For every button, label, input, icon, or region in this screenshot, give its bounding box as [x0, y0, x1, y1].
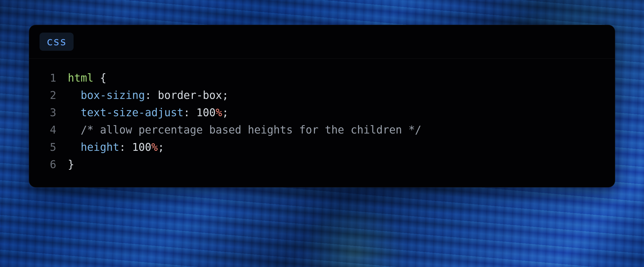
code-content: height: 100%; — [68, 139, 604, 156]
line-number: 5 — [40, 139, 56, 156]
code-content: } — [68, 156, 604, 173]
code-token: % — [216, 106, 222, 119]
code-content: html { — [68, 69, 604, 87]
code-content: text-size-adjust: 100%; — [68, 104, 604, 121]
code-token: 100 — [132, 141, 151, 153]
code-line: 4 /* allow percentage based heights for … — [40, 121, 604, 139]
code-token: text-size-adjust — [81, 106, 184, 119]
code-token: ; — [158, 141, 164, 153]
code-token: { — [93, 72, 106, 84]
code-token: ; — [222, 106, 229, 119]
code-line: 5 height: 100%; — [40, 139, 604, 156]
code-line: 3 text-size-adjust: 100%; — [40, 104, 604, 121]
code-token: : — [119, 141, 132, 153]
code-content: /* allow percentage based heights for th… — [68, 121, 604, 139]
code-line: 1html { — [40, 69, 604, 87]
code-body[interactable]: 1html {2 box-sizing: border-box;3 text-s… — [29, 59, 615, 187]
code-card-header: css — [29, 25, 615, 59]
line-number: 3 — [40, 104, 56, 121]
code-token: % — [151, 141, 158, 153]
code-token: border-box — [158, 89, 222, 101]
code-line: 2 box-sizing: border-box; — [40, 87, 604, 104]
line-number: 1 — [40, 69, 56, 87]
code-line: 6} — [40, 156, 604, 173]
code-token: 100 — [196, 106, 216, 119]
code-token: box-sizing — [81, 89, 145, 101]
code-token: /* allow percentage based heights for th… — [81, 124, 422, 136]
code-snippet-card: css 1html {2 box-sizing: border-box;3 te… — [29, 25, 615, 187]
line-number: 4 — [40, 121, 56, 139]
code-token: height — [81, 141, 119, 153]
line-number: 2 — [40, 87, 56, 104]
line-number: 6 — [40, 156, 56, 173]
code-token: ; — [222, 89, 229, 101]
code-token: } — [68, 158, 74, 171]
code-token: html — [68, 72, 93, 84]
code-content: box-sizing: border-box; — [68, 87, 604, 104]
language-badge: css — [40, 33, 74, 51]
code-token: : — [184, 106, 196, 119]
code-token: : — [145, 89, 158, 101]
